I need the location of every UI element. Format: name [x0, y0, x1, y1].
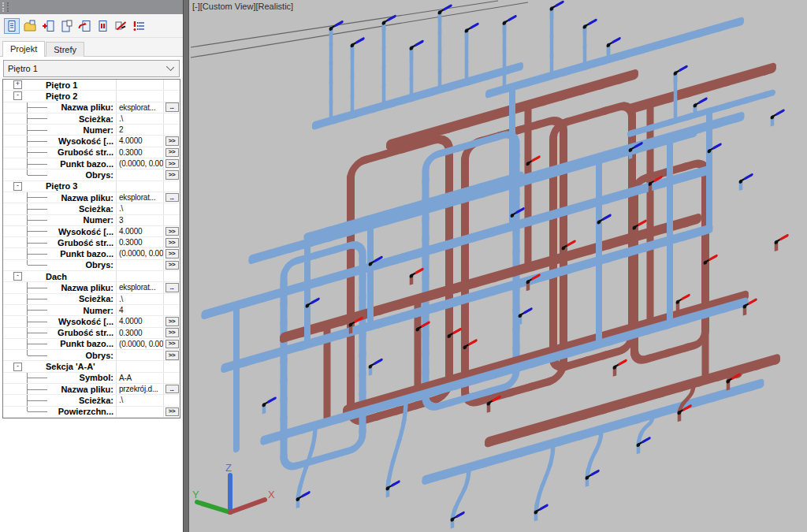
- tree-row[interactable]: Punkt bazo... (0.0000, 0.00 >>: [3, 248, 180, 259]
- row-action-button[interactable]: >>: [165, 407, 179, 417]
- tree-line: [27, 136, 48, 146]
- tree-row[interactable]: Grubość str... 0.3000 >>: [3, 328, 180, 339]
- tree-row[interactable]: Punkt bazo... (0.0000, 0.00 >>: [3, 158, 180, 169]
- row-label: Piętro 2: [46, 91, 77, 101]
- row-action-button[interactable]: >>: [165, 148, 179, 158]
- tree-row[interactable]: Scieżka: .\: [3, 395, 180, 406]
- row-label: Nazwa pliku:: [61, 384, 116, 394]
- row-value: 0.3000: [119, 148, 142, 157]
- tree-row[interactable]: Grubość str... 0.3000 >>: [3, 147, 180, 158]
- tree-row[interactable]: Obrys: >>: [3, 169, 180, 180]
- tree-row[interactable]: Grubość str... 0.3000 >>: [3, 237, 180, 248]
- open-project-icon[interactable]: [22, 18, 38, 34]
- row-label: Wysokość [...: [58, 226, 116, 236]
- row-value: .\: [119, 295, 123, 303]
- tree-row[interactable]: Wysokość [... 4.0000 >>: [3, 136, 180, 147]
- tree-expander[interactable]: +: [13, 80, 22, 89]
- tree-row[interactable]: Obrys: >>: [3, 260, 180, 271]
- 3d-viewport[interactable]: [-][Custom View][Realistic]: [189, 0, 807, 532]
- project-document-icon[interactable]: [4, 18, 20, 34]
- row-action-button[interactable]: >>: [165, 328, 179, 337]
- row-label: Nazwa pliku:: [61, 192, 116, 203]
- tree-expander[interactable]: -: [13, 272, 22, 281]
- row-value: 4: [119, 306, 123, 314]
- row-value: 0.3000: [119, 329, 142, 337]
- tree-row[interactable]: - Sekcja 'A-A': [3, 361, 180, 372]
- tab-strefy[interactable]: Strefy: [46, 42, 84, 57]
- row-action-button[interactable]: >>: [165, 136, 179, 146]
- viewport-controls-label[interactable]: [-][Custom View][Realistic]: [192, 2, 293, 11]
- row-action-button[interactable]: ...: [165, 102, 179, 112]
- tree-line: [27, 282, 48, 292]
- tree-row[interactable]: Wysokość [... 4.0000 >>: [3, 226, 180, 237]
- tree-row[interactable]: Numer: 3: [3, 215, 180, 226]
- row-value: .\: [119, 396, 123, 404]
- tree-expander[interactable]: -: [13, 363, 22, 371]
- row-action-button[interactable]: >>: [165, 170, 179, 180]
- tree-row[interactable]: - Dach: [3, 271, 180, 282]
- error-list-icon[interactable]: [131, 18, 147, 34]
- tree-row[interactable]: Numer: 4: [3, 305, 180, 316]
- panel-title-bar[interactable]: [0, 0, 183, 14]
- row-action-button[interactable]: >>: [165, 351, 179, 360]
- row-value: 4.0000: [119, 136, 142, 145]
- tree-row[interactable]: Nazwa pliku: eksplorat... ...: [3, 102, 180, 113]
- tree-line: [27, 395, 48, 405]
- row-label: Sekcja 'A-A': [46, 361, 95, 371]
- row-action-button[interactable]: ...: [165, 193, 179, 203]
- tree-line: [27, 215, 48, 225]
- level-selector-dropdown[interactable]: Piętro 1: [3, 60, 180, 77]
- row-label: Scieżka:: [79, 113, 116, 124]
- row-action-button[interactable]: >>: [165, 317, 179, 326]
- tree-row[interactable]: + Piętro 1: [3, 80, 180, 91]
- add-floor-icon[interactable]: [40, 18, 56, 34]
- tree-row[interactable]: Scieżka: .\: [3, 113, 180, 125]
- row-label: Grubość str...: [58, 237, 116, 247]
- tree-row[interactable]: Nazwa pliku: eksplorat... ...: [3, 192, 180, 203]
- row-label: Piętro 3: [46, 181, 77, 192]
- 3d-viewport-canvas[interactable]: Z Y X: [189, 0, 807, 532]
- tree-row[interactable]: Nazwa pliku: eksplorat... ...: [3, 282, 180, 293]
- project-explorer-panel: Projekt Strefy Piętro 1 + Piętro 1 - Pię…: [0, 0, 183, 532]
- tree-row[interactable]: Symbol: A-A: [3, 373, 180, 384]
- row-action-button[interactable]: ...: [165, 283, 179, 292]
- row-label: Dach: [46, 271, 67, 281]
- tree-line: [27, 316, 48, 326]
- tree-row[interactable]: - Piętro 3: [3, 181, 180, 192]
- row-value: 3: [119, 216, 123, 225]
- row-action-button[interactable]: >>: [165, 238, 179, 247]
- tree-row[interactable]: Wysokość [... 4.0000 >>: [3, 316, 180, 327]
- verify-project-icon[interactable]: [113, 18, 128, 34]
- row-label: Powierzchn...: [58, 407, 116, 417]
- tree-table: + Piętro 1 - Piętro 2 Nazwa pliku: ekspl…: [2, 79, 180, 419]
- tree-row[interactable]: Numer: 2: [3, 125, 180, 136]
- row-value: eksplorat...: [119, 103, 156, 112]
- tree-row[interactable]: Powierzchn... >>: [3, 407, 180, 418]
- tree-line: [27, 350, 48, 355]
- row-value: eksplorat...: [119, 283, 156, 292]
- row-action-button[interactable]: >>: [165, 227, 179, 236]
- row-action-button[interactable]: >>: [165, 159, 179, 169]
- row-action-button[interactable]: >>: [165, 261, 179, 270]
- tree-row[interactable]: Scieżka: .\: [3, 294, 180, 305]
- tab-projekt[interactable]: Projekt: [2, 41, 45, 57]
- row-value: .\: [119, 114, 123, 123]
- floor-properties-icon[interactable]: [95, 18, 110, 34]
- tree-row[interactable]: Obrys: >>: [3, 350, 180, 361]
- copy-floor-icon[interactable]: [58, 18, 74, 34]
- row-action-button[interactable]: ...: [165, 385, 179, 394]
- axis-x-label: X: [268, 489, 275, 500]
- panel-splitter[interactable]: [183, 0, 189, 532]
- panel-grip[interactable]: [2, 2, 9, 12]
- tree-row[interactable]: Nazwa pliku: przekrój.d... ...: [3, 384, 180, 395]
- tree-expander[interactable]: -: [13, 182, 22, 191]
- row-action-button[interactable]: >>: [165, 249, 179, 259]
- tree-expander[interactable]: -: [13, 91, 22, 100]
- tree-line: [27, 125, 48, 135]
- revert-floor-icon[interactable]: [76, 18, 92, 34]
- ucs-axis-icon: Z Y X: [192, 462, 275, 512]
- tree-row[interactable]: Scieżka: .\: [3, 203, 180, 214]
- tree-row[interactable]: - Piętro 2: [3, 91, 180, 102]
- tree-row[interactable]: Punkt bazo... (0.0000, 0.00 >>: [3, 339, 180, 350]
- row-action-button[interactable]: >>: [165, 340, 179, 349]
